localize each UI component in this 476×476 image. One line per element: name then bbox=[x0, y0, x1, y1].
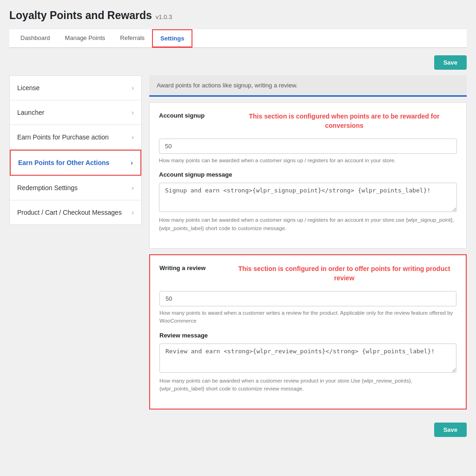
account-signup-input[interactable] bbox=[159, 139, 457, 154]
chevron-icon: › bbox=[132, 133, 134, 141]
sidebar-item-redemption[interactable]: Redemption Settings › bbox=[10, 176, 141, 200]
save-button-bottom[interactable]: Save bbox=[434, 423, 467, 437]
account-signup-message-help: How many points can be awarded when a cu… bbox=[159, 216, 457, 232]
info-banner: Award points for actions like signup, wr… bbox=[149, 75, 467, 97]
save-button-top[interactable]: Save bbox=[434, 55, 467, 70]
account-signup-message-label: Account signup message bbox=[159, 171, 457, 178]
tab-dashboard[interactable]: Dashboard bbox=[13, 29, 58, 48]
review-message-help: How many points can be awarded when a cu… bbox=[159, 377, 456, 393]
main-layout: License › Launcher › Earn Points for Pur… bbox=[9, 75, 467, 443]
chevron-icon: › bbox=[132, 184, 134, 192]
account-signup-label: Account signup bbox=[159, 112, 224, 119]
sidebar: License › Launcher › Earn Points for Pur… bbox=[9, 75, 142, 225]
nav-tabs: Dashboard Manage Points Referrals Settin… bbox=[9, 29, 467, 48]
sidebar-item-license[interactable]: License › bbox=[10, 76, 141, 100]
tab-settings[interactable]: Settings bbox=[152, 29, 192, 48]
review-message-label: Review message bbox=[159, 332, 456, 339]
sidebar-item-launcher[interactable]: Launcher › bbox=[10, 100, 141, 125]
chevron-icon: › bbox=[132, 209, 134, 216]
account-signup-section: Account signup This section is configure… bbox=[149, 102, 467, 249]
writing-review-input[interactable] bbox=[159, 291, 456, 306]
sidebar-item-earn-purchase[interactable]: Earn Points for Purchase action › bbox=[10, 125, 141, 150]
writing-review-section: Writing a review This section is configu… bbox=[149, 254, 467, 410]
writing-review-label: Writing a review bbox=[159, 264, 225, 271]
account-signup-help: How many points can be awarded when a cu… bbox=[159, 157, 457, 165]
account-signup-message-textarea[interactable]: Signup and earn <strong>{wlpr_signup_poi… bbox=[159, 183, 457, 212]
review-section-header: Writing a review This section is configu… bbox=[159, 264, 456, 283]
toolbar-bottom: Save bbox=[149, 417, 467, 443]
chevron-icon: › bbox=[132, 84, 134, 92]
sidebar-item-cart-checkout[interactable]: Product / Cart / Checkout Messages › bbox=[10, 200, 141, 225]
writing-review-help: How many points to award when a customer… bbox=[159, 309, 456, 325]
content-area: Award points for actions like signup, wr… bbox=[149, 75, 467, 443]
account-signup-notice: This section is configured when points a… bbox=[231, 112, 457, 130]
page-title: Loyalty Points and Rewards v1.0.3 bbox=[9, 9, 467, 22]
tab-referrals[interactable]: Referrals bbox=[112, 29, 152, 48]
section-header: Account signup This section is configure… bbox=[159, 112, 457, 130]
review-message-textarea[interactable]: Review and earn <strong>{wlpr_review_poi… bbox=[159, 344, 456, 373]
chevron-icon: › bbox=[132, 109, 134, 116]
writing-review-notice: This section is configured in order to o… bbox=[232, 264, 456, 283]
tab-manage-points[interactable]: Manage Points bbox=[58, 29, 113, 48]
chevron-icon: › bbox=[131, 159, 133, 166]
toolbar-top: Save bbox=[9, 55, 467, 70]
sidebar-item-earn-other[interactable]: Earn Points for Other Actions › bbox=[10, 150, 141, 176]
